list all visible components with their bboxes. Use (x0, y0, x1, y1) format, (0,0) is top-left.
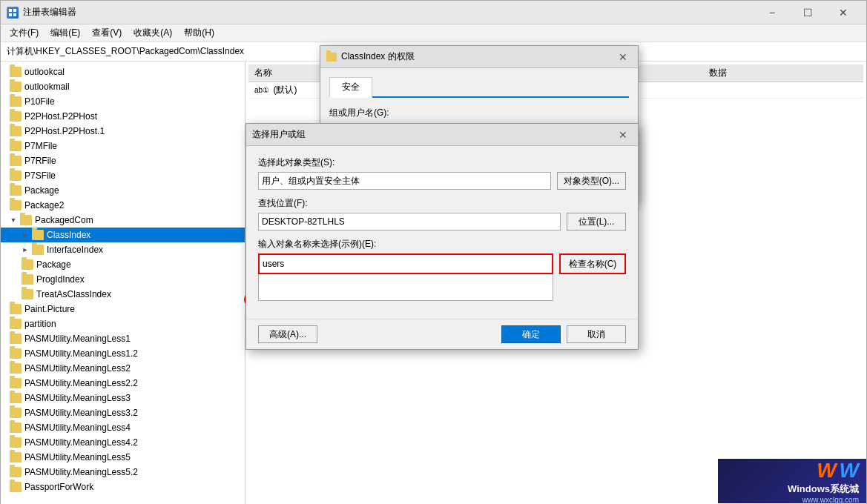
tree-item-pasm2[interactable]: PASMUtility.MeaningLess2 (1, 361, 245, 376)
tree-item-package[interactable]: Package (1, 183, 245, 198)
tree-item-partition[interactable]: partition (1, 316, 245, 331)
folder-icon (10, 67, 22, 77)
tree-item-pasm3[interactable]: PASMUtility.MeaningLess3 (1, 391, 245, 405)
wm-logo: W W (817, 459, 859, 483)
tree-item-passportforwork[interactable]: PassportForWork (1, 480, 245, 494)
permissions-title-bar: ClassIndex 的权限 ✕ (320, 46, 638, 68)
tree-label: Package (24, 185, 59, 196)
tree-label: PASMUtility.MeaningLess1 (24, 334, 131, 344)
location-row: DESKTOP-82TLHLS 位置(L)... (258, 213, 626, 231)
tree-item-classindex[interactable]: ► ClassIndex (1, 228, 245, 242)
tree-label: P10File (24, 96, 55, 107)
permissions-dialog-title: ClassIndex 的权限 (341, 50, 415, 63)
tree-item-outlookmail[interactable]: outlookmail (1, 79, 245, 94)
app-icon (7, 7, 19, 19)
folder-icon (32, 245, 44, 255)
tree-label: partition (24, 319, 56, 329)
menu-file[interactable]: 文件(F) (4, 25, 44, 41)
check-name-button[interactable]: 检查名称(C) (559, 253, 626, 274)
tree-label: PASMUtility.MeaningLess2 (24, 363, 131, 374)
tree-item-progidindex[interactable]: ProgIdIndex (1, 272, 245, 287)
object-type-label: 选择此对象类型(S): (258, 156, 626, 169)
select-user-footer: 高级(A)... 确定 取消 (246, 319, 638, 349)
tree-item-pasm4-2[interactable]: PASMUtility.MeaningLess4.2 (1, 435, 245, 450)
select-cancel-button[interactable]: 取消 (567, 325, 626, 343)
object-type-button[interactable]: 对象类型(O)... (557, 172, 626, 190)
tree-item-package2[interactable]: Package2 (1, 198, 245, 213)
tree-item-pasm1[interactable]: PASMUtility.MeaningLess1 (1, 331, 245, 346)
select-user-body: 选择此对象类型(S): 用户、组或内置安全主体 对象类型(O)... 查找位置(… (246, 146, 638, 319)
registry-editor-window: 注册表编辑器 − ☐ ✕ 文件(F) 编辑(E) 查看(V) 收藏夹(A) 帮助… (0, 0, 867, 504)
tree-label: Package2 (24, 200, 64, 210)
menu-edit[interactable]: 编辑(E) (44, 25, 86, 41)
tree-item-pasm1-2[interactable]: PASMUtility.MeaningLess1.2 (1, 346, 245, 361)
tree-label: PASMUtility.MeaningLess5 (24, 452, 131, 462)
wm-site-name: Windows系统城 (788, 483, 859, 496)
select-footer-right: 确定 取消 (501, 325, 626, 343)
folder-icon (22, 274, 33, 285)
menu-help[interactable]: 帮助(H) (178, 25, 220, 41)
folder-icon (10, 156, 22, 166)
maximize-button[interactable]: ☐ (791, 2, 825, 23)
folder-icon (10, 200, 22, 210)
tree-item-paintpicture[interactable]: Paint.Picture (1, 302, 245, 316)
location-label: 查找位置(F): (258, 197, 626, 210)
tab-bar: 安全 (329, 77, 629, 98)
tree-item-p7rfile[interactable]: P7RFile (1, 153, 245, 168)
advanced-button[interactable]: 高级(A)... (258, 325, 317, 343)
tab-security[interactable]: 安全 (329, 77, 372, 98)
tree-item-packagedcom[interactable]: ▼ PackagedCom (1, 213, 245, 228)
tree-item-p7mfile[interactable]: P7MFile (1, 139, 245, 153)
tree-item-interfaceindex[interactable]: ► InterfaceIndex (1, 242, 245, 257)
folder-icon (10, 170, 22, 181)
tree-item-pasm4[interactable]: PASMUtility.MeaningLess4 (1, 420, 245, 435)
minimize-button[interactable]: − (755, 2, 789, 23)
select-user-dialog: 选择用户或组 ✕ 选择此对象类型(S): 用户、组或内置安全主体 对象类型(O)… (245, 123, 639, 350)
select-ok-button[interactable]: 确定 (501, 325, 561, 343)
tree-label: P2PHost.P2PHost.1 (24, 126, 105, 136)
expand-arrow: ▼ (10, 216, 17, 224)
permissions-close-button[interactable]: ✕ (614, 49, 632, 65)
svg-rect-2 (9, 13, 12, 16)
object-name-input[interactable] (258, 253, 553, 274)
address-text: 计算机\HKEY_CLASSES_ROOT\PackagedCom\ClassI… (7, 45, 244, 58)
tree-label: PassportForWork (24, 482, 93, 492)
folder-icon (10, 363, 22, 374)
tree-item-pasm3-2[interactable]: PASMUtility.MeaningLess3.2 (1, 405, 245, 420)
folder-icon (10, 422, 22, 433)
tree-item-pasm2-2[interactable]: PASMUtility.MeaningLess2.2 (1, 376, 245, 391)
object-type-value: 用户、组或内置安全主体 (258, 172, 551, 190)
folder-icon (10, 141, 22, 151)
object-name-label: 输入对象名称来选择(示例)(E): (258, 238, 626, 251)
folder-icon (32, 230, 44, 240)
location-button[interactable]: 位置(L)... (567, 213, 626, 231)
tree-item-outlookcal[interactable]: outlookcal (1, 64, 245, 79)
close-button[interactable]: ✕ (826, 2, 860, 23)
tree-label: outlookmail (24, 82, 70, 92)
folder-icon (20, 215, 32, 225)
tree-label: PASMUtility.MeaningLess3 (24, 393, 131, 403)
menu-view[interactable]: 查看(V) (86, 25, 128, 41)
tree-label: PASMUtility.MeaningLess2.2 (24, 378, 138, 388)
tree-label: Paint.Picture (24, 304, 75, 314)
tree-item-p2phost[interactable]: P2PHost.P2PHost (1, 109, 245, 124)
folder-icon (10, 96, 22, 107)
select-user-close-button[interactable]: ✕ (614, 127, 632, 143)
tree-item-package-sub[interactable]: Package (1, 257, 245, 272)
tree-item-p7sfile[interactable]: P7SFile (1, 168, 245, 183)
tree-item-p2phost1[interactable]: P2PHost.P2PHost.1 (1, 124, 245, 139)
menu-favorites[interactable]: 收藏夹(A) (128, 25, 178, 41)
folder-icon (10, 185, 22, 196)
tree-item-pasm5-2[interactable]: PASMUtility.MeaningLess5.2 (1, 465, 245, 480)
folder-icon (10, 334, 22, 344)
expand-arrow: ► (22, 231, 29, 239)
registry-tree[interactable]: outlookcal outlookmail P10File P2PHost.P… (1, 62, 245, 504)
select-user-title: 选择用户或组 (252, 128, 306, 141)
tree-item-pasm5[interactable]: PASMUtility.MeaningLess5 (1, 450, 245, 465)
svg-rect-1 (13, 9, 16, 12)
wm-site-url: www.wxclgg.com (802, 496, 859, 504)
folder-icon (10, 111, 22, 122)
tree-item-treatasclassindex[interactable]: TreatAsClassIndex (1, 287, 245, 302)
tree-item-p10file[interactable]: P10File (1, 94, 245, 109)
tree-label: outlookcal (24, 67, 65, 77)
